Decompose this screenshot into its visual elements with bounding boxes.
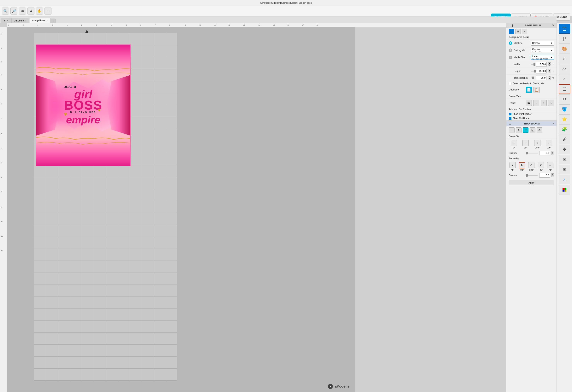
tab-minus5[interactable]: -5 ✕ xyxy=(1,18,11,23)
width-stepper-up[interactable]: ▲ xyxy=(548,62,551,64)
transparency-input[interactable] xyxy=(536,75,546,80)
machine-dropdown[interactable]: Cameo ▼ xyxy=(531,41,554,45)
media-size-dropdown[interactable]: Letter (8.500 x 11.000 in) ▼ xyxy=(531,55,554,60)
grid-icon-button[interactable]: ⊞ xyxy=(559,165,570,174)
svg-text:5: 5 xyxy=(1,147,2,149)
palette-icon-button[interactable]: 🎨 xyxy=(559,44,570,54)
brush-icon-button[interactable]: 🖌 xyxy=(559,135,570,144)
page-view-icon[interactable]: □ xyxy=(509,29,514,34)
rotate-by-45-button[interactable]: ↗ 45° xyxy=(509,162,516,171)
svg-rect-53 xyxy=(562,188,564,190)
rotate-by-90-button[interactable]: ↻ 90° xyxy=(519,162,525,171)
lasso-icon-button[interactable]: ⊗ xyxy=(559,155,570,164)
text-script-icon-button[interactable]: A xyxy=(559,74,570,84)
width-slider[interactable] xyxy=(531,64,534,65)
add-page-button[interactable]: ⊞ xyxy=(45,8,51,15)
rotate-by-custom-up[interactable]: ▲ xyxy=(552,173,554,175)
transform-close-btn[interactable]: ✕ xyxy=(552,122,554,125)
rotate-90-button[interactable]: → 90° xyxy=(523,140,529,149)
rotate-by-custom-down[interactable]: ▼ xyxy=(552,175,554,177)
fill-icon-button[interactable]: 🪣 xyxy=(559,104,570,114)
tab-bar: -5 ✕ Untitled-6 ✕ use girl boss ✕ + xyxy=(0,16,556,23)
show-cut-border-row: ✓ Show Cut Border xyxy=(506,116,556,121)
text-a2-icon-button[interactable]: A xyxy=(559,175,570,184)
add-tab-button[interactable]: + xyxy=(51,18,56,23)
page-setup-icon-button[interactable] xyxy=(559,24,570,34)
rotate-by-custom-slider[interactable] xyxy=(526,175,538,176)
tab-untitled6[interactable]: Untitled-6 ✕ xyxy=(11,18,29,23)
canvas-area[interactable]: ▲ xyxy=(7,27,355,392)
transform-scale-tool[interactable]: ⊹ xyxy=(516,127,522,133)
transform-flip-tool[interactable]: ⊘ xyxy=(537,127,542,133)
show-print-border-checkbox[interactable]: ✓ xyxy=(509,113,511,115)
text-aa-icon-button[interactable]: Aa xyxy=(559,64,570,74)
rotate-btn-cw[interactable]: ↻ xyxy=(548,100,554,106)
rotate-custom-stepper[interactable]: ▲ ▼ xyxy=(552,151,554,155)
panel-collapse-btn[interactable]: ⋮⋮ xyxy=(509,24,514,27)
rotate-270-button[interactable]: ← 270° xyxy=(546,140,552,149)
color-check-icon-button[interactable] xyxy=(559,185,570,195)
rotate-180-button[interactable]: ↓ 180° xyxy=(534,140,540,149)
tab-untitled6-close[interactable]: ✕ xyxy=(25,19,27,22)
shapes-icon-button[interactable]: ○ xyxy=(559,54,570,64)
transform-move-tool[interactable]: ↔ xyxy=(509,127,514,133)
zoom-fit-button[interactable]: ⊕ xyxy=(19,8,26,15)
tab-use-girl-boss[interactable]: use girl boss ✕ xyxy=(30,18,50,23)
rotate-btn-ab[interactable]: ab xyxy=(526,100,532,106)
constrain-checkbox[interactable] xyxy=(509,82,511,85)
tab-use-girl-boss-close[interactable]: ✕ xyxy=(46,19,48,22)
rotate-by-custom-input[interactable] xyxy=(539,173,550,178)
transparency-slider[interactable] xyxy=(531,77,534,78)
show-cut-border-checkbox[interactable]: ✓ xyxy=(509,117,511,120)
transform-collapse-btn[interactable]: ▲ xyxy=(509,122,511,125)
puzzle-icon-button[interactable]: 🧩 xyxy=(559,124,570,134)
rotate-by-neg90-button[interactable]: ↶ -90° xyxy=(538,162,544,171)
rotate-custom-slider[interactable] xyxy=(526,153,538,153)
height-stepper-up[interactable]: ▲ xyxy=(548,69,551,71)
transparency-stepper-up[interactable]: ▲ xyxy=(548,76,551,78)
rotate-by-180-button[interactable]: ↺ 180° xyxy=(528,162,534,171)
height-stepper-down[interactable]: ▼ xyxy=(548,71,551,73)
zoom-out-button[interactable]: 🔎 xyxy=(10,8,17,15)
apply-button[interactable]: Apply xyxy=(509,180,554,185)
grid-view-icon[interactable]: ⊞ xyxy=(515,29,521,34)
star-icon-button[interactable]: ⭐ xyxy=(559,114,570,124)
rotate-btn-flip-v[interactable]: ↕ xyxy=(541,100,547,106)
transparency-stepper-down[interactable]: ▼ xyxy=(548,78,551,80)
transform-icon-button[interactable] xyxy=(559,84,570,94)
move-icon-button[interactable]: ✥ xyxy=(559,145,570,154)
dropdown-arrow-icon3: ▼ xyxy=(550,56,553,59)
zoom-in-button[interactable]: 🔍 xyxy=(2,8,9,15)
transparency-row: Transparency ▲ ▼ % xyxy=(506,75,556,81)
height-slider[interactable] xyxy=(531,71,534,72)
width-stepper-down[interactable]: ▼ xyxy=(548,64,551,66)
transform-rotate-tool[interactable]: ↺ xyxy=(523,127,528,133)
width-stepper[interactable]: ▲ ▼ xyxy=(548,62,551,66)
rotate-custom-input[interactable] xyxy=(539,151,550,155)
pixel-tool-icon-button[interactable] xyxy=(559,34,570,44)
cut-tool-icon-button[interactable]: ✂ xyxy=(559,94,570,104)
svg-text:2: 2 xyxy=(81,24,82,26)
cutting-mat-dropdown[interactable]: Cameo 12 x 12 in ▼ xyxy=(531,48,554,53)
panel-close-btn[interactable]: ✕ xyxy=(552,24,554,27)
rotate-btn-flip-h[interactable]: ↔ xyxy=(533,100,539,106)
height-stepper[interactable]: ▲ ▼ xyxy=(548,69,551,73)
silhouette-logo: S silhouette xyxy=(328,384,350,389)
rotate-by-custom-stepper[interactable]: ▲ ▼ xyxy=(552,173,554,177)
portrait-orientation-button[interactable]: 📄 xyxy=(526,87,532,93)
design-card[interactable]: JUST A girl BOSS BUILDING HER empire ♥ ♥ xyxy=(36,45,131,166)
tab-minus5-close[interactable]: ✕ xyxy=(7,19,9,22)
transparency-stepper[interactable]: ▲ ▼ xyxy=(548,76,551,80)
svg-text:6: 6 xyxy=(1,162,2,164)
landscape-orientation-button[interactable]: 📋 xyxy=(534,87,540,93)
rotate-by-neg45-button[interactable]: ↙ -45° xyxy=(547,162,554,171)
media-view-icon[interactable]: ≡ xyxy=(522,29,527,34)
rotate-custom-up[interactable]: ▲ xyxy=(552,151,554,153)
width-input[interactable] xyxy=(536,62,547,67)
rotate-0-button[interactable]: ↑ 0° xyxy=(511,140,517,149)
rotate-custom-down[interactable]: ▼ xyxy=(552,153,554,155)
transform-skew-tool[interactable]: ◺ xyxy=(530,127,535,133)
hand-tool-button[interactable]: ✋ xyxy=(36,8,43,15)
height-input[interactable] xyxy=(536,69,547,74)
move-down-button[interactable]: ⬇ xyxy=(28,8,34,15)
